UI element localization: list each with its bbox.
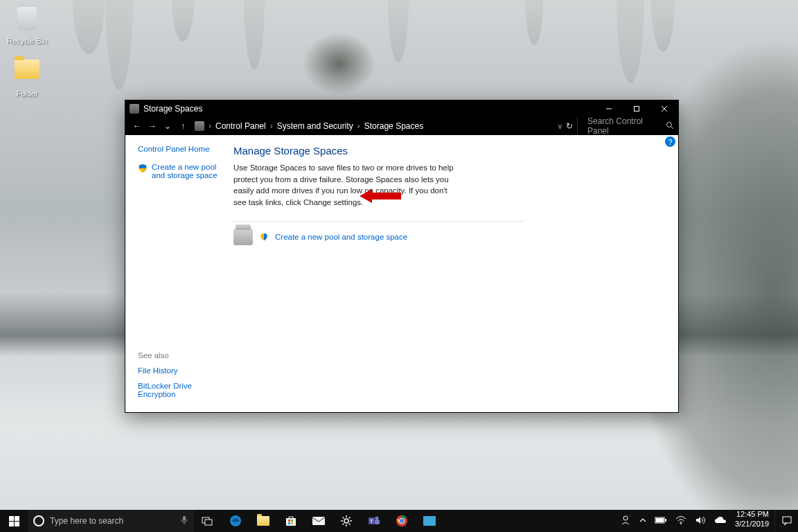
- svg-rect-11: [286, 518, 296, 526]
- start-button[interactable]: [0, 510, 28, 532]
- taskbar-app-chrome[interactable]: [388, 510, 416, 532]
- shield-icon: [138, 163, 148, 173]
- breadcrumb-item[interactable]: Control Panel: [213, 121, 269, 131]
- location-icon: [195, 121, 204, 131]
- svg-rect-35: [665, 519, 666, 522]
- address-dropdown[interactable]: v: [558, 123, 562, 130]
- page-description: Use Storage Spaces to save files to two …: [233, 162, 455, 209]
- svg-point-37: [680, 523, 682, 524]
- svg-rect-15: [291, 522, 293, 524]
- recycle-bin-icon: [17, 7, 37, 30]
- page-heading: Manage Storage Spaces: [233, 145, 657, 157]
- tray-wifi-icon[interactable]: [675, 515, 686, 527]
- svg-line-25: [343, 524, 344, 525]
- svg-rect-12: [288, 520, 290, 522]
- taskbar-app-store[interactable]: [277, 510, 305, 532]
- svg-line-22: [343, 517, 344, 519]
- control-panel-home-link[interactable]: Control Panel Home: [138, 145, 224, 153]
- svg-line-24: [349, 517, 351, 519]
- desktop-icon-folder[interactable]: Folder: [3, 54, 51, 98]
- taskbar: Type here to search T: [0, 510, 798, 532]
- folder-icon: [15, 60, 39, 79]
- see-also-file-history[interactable]: File History: [138, 366, 224, 375]
- forward-button[interactable]: →: [145, 121, 160, 131]
- tray-volume-icon[interactable]: [695, 515, 706, 527]
- desktop-icon-label: Folder: [16, 89, 37, 98]
- sidebar-task-label: Create a new pool and storage space: [152, 163, 224, 179]
- tray-overflow-button[interactable]: [639, 516, 646, 526]
- address-bar: ← → ⌄ ↑ › Control Panel › System and Sec…: [125, 117, 678, 135]
- action-center-button[interactable]: [774, 510, 798, 532]
- close-button[interactable]: [650, 100, 678, 117]
- svg-rect-16: [312, 517, 325, 525]
- divider: [233, 221, 524, 222]
- taskbar-clock[interactable]: 12:45 PM 3/21/2019: [729, 510, 774, 532]
- search-box[interactable]: Search Control Panel: [577, 117, 674, 135]
- svg-rect-38: [783, 517, 791, 523]
- titlebar[interactable]: Storage Spaces: [125, 100, 678, 117]
- svg-rect-29: [375, 520, 380, 524]
- see-also-bitlocker[interactable]: BitLocker Drive Encryption: [138, 382, 224, 398]
- shield-icon: [260, 233, 268, 241]
- see-also-heading: See also: [138, 351, 224, 360]
- svg-rect-36: [656, 518, 664, 522]
- up-button[interactable]: ↑: [175, 121, 190, 131]
- drives-stack-icon: [233, 229, 253, 245]
- desktop-icon-label: Recycle Bin: [7, 37, 47, 45]
- svg-line-5: [671, 127, 673, 129]
- taskbar-app-mail[interactable]: [305, 510, 332, 532]
- task-view-button[interactable]: [194, 510, 222, 532]
- clock-time: 12:45 PM: [735, 510, 769, 520]
- taskbar-app-file-explorer[interactable]: [249, 510, 277, 532]
- svg-rect-9: [205, 520, 212, 525]
- minimize-button[interactable]: [595, 100, 623, 117]
- tray-onedrive-icon[interactable]: [714, 516, 727, 526]
- create-pool-link[interactable]: Create a new pool and storage space: [275, 233, 407, 241]
- sidebar-task-create-pool[interactable]: Create a new pool and storage space: [138, 163, 224, 179]
- search-placeholder: Search Control Panel: [587, 116, 666, 136]
- svg-point-17: [344, 519, 348, 523]
- svg-point-4: [667, 122, 672, 127]
- svg-rect-14: [288, 522, 290, 524]
- chevron-right-icon: ›: [207, 121, 213, 131]
- window-title: Storage Spaces: [143, 104, 202, 114]
- taskbar-app-edge[interactable]: [222, 510, 249, 532]
- storage-spaces-icon: [130, 104, 139, 114]
- storage-spaces-window: Storage Spaces ← → ⌄ ↑ › Control Panel ›…: [125, 100, 679, 413]
- chevron-right-icon: ›: [356, 121, 362, 131]
- taskbar-app-settings[interactable]: [332, 510, 360, 532]
- breadcrumb-item[interactable]: Storage Spaces: [362, 121, 426, 131]
- recent-locations-button[interactable]: ⌄: [160, 121, 175, 131]
- cortana-icon: [33, 515, 44, 526]
- svg-line-23: [349, 524, 351, 525]
- svg-point-33: [623, 516, 628, 520]
- search-icon: [666, 121, 674, 132]
- breadcrumb-item[interactable]: System and Security: [274, 121, 356, 131]
- chevron-right-icon: ›: [269, 121, 274, 131]
- clock-date: 3/21/2019: [735, 520, 769, 529]
- back-button[interactable]: ←: [130, 121, 145, 131]
- desktop-icon-recycle-bin[interactable]: Recycle Bin: [3, 4, 51, 45]
- svg-rect-13: [291, 520, 293, 522]
- svg-text:T: T: [370, 518, 373, 524]
- taskbar-search[interactable]: Type here to search: [28, 510, 194, 532]
- taskbar-app-teams[interactable]: T: [360, 510, 388, 532]
- taskbar-search-placeholder: Type here to search: [50, 516, 123, 526]
- svg-rect-7: [183, 516, 186, 521]
- refresh-button[interactable]: ↻: [566, 121, 573, 131]
- sidebar: Control Panel Home Create a new pool and…: [125, 135, 228, 412]
- content-pane: Manage Storage Spaces Use Storage Spaces…: [228, 135, 678, 412]
- windows-logo-icon: [9, 516, 19, 526]
- svg-point-32: [400, 519, 404, 523]
- svg-rect-1: [635, 107, 639, 112]
- tray-battery-icon[interactable]: [655, 516, 667, 526]
- system-tray: [617, 510, 729, 532]
- taskbar-app-generic[interactable]: [416, 510, 443, 532]
- microphone-icon[interactable]: [180, 515, 188, 527]
- maximize-button[interactable]: [623, 100, 650, 117]
- tray-people-icon[interactable]: [620, 515, 631, 528]
- svg-point-28: [375, 517, 379, 520]
